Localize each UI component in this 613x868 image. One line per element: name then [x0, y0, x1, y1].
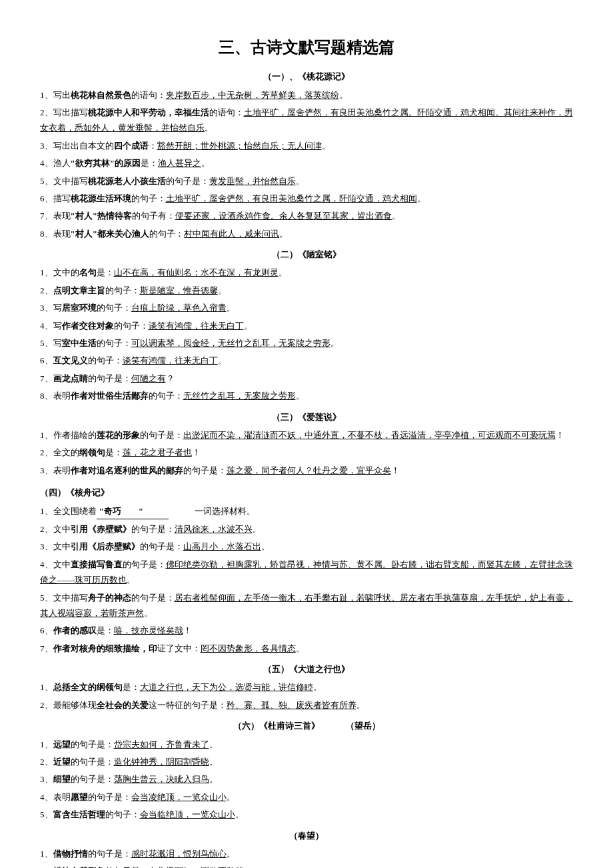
- item-mid: 是：: [123, 682, 140, 692]
- answer-underline: 村中闻有此人，咸来问讯: [184, 229, 279, 239]
- item-bold: 莲花的形象: [97, 430, 140, 440]
- item-mid: 的句子是：: [131, 524, 175, 534]
- item-bold: 舟子的神态: [88, 593, 131, 603]
- answer-underline: 无丝竹之乱耳，无案牍之劳形: [183, 391, 296, 401]
- answer-underline: 豁然开朗；世外桃源；怡然自乐；无人问津: [157, 141, 322, 151]
- question-line: 2、写出描写桃花源中人和平劳动，幸福生活的语句：土地平旷，屋舍俨然，有良田美池桑…: [40, 105, 573, 136]
- item-number: 3、: [40, 465, 53, 475]
- item-number: 3、: [40, 774, 53, 784]
- item-bold: 互文见义: [53, 355, 88, 365]
- question-line: 5、文中描写舟子的神态的句子是：居右者椎髻仰面，左手倚一衡木，右手攀右趾，若啸呼…: [40, 590, 573, 621]
- item-bold: "欲穷其林"的原因: [71, 158, 141, 168]
- answer-underline: 嘻，技亦灵怪矣哉: [114, 625, 183, 635]
- item-post: 。: [209, 774, 218, 784]
- answer-underline: 谈笑有鸿儒，往来无白丁: [149, 321, 244, 331]
- item-number: 3、: [40, 303, 53, 313]
- item-number: 1、: [40, 682, 53, 692]
- item-prefix: 文中: [53, 524, 71, 534]
- page-title: 三、古诗文默写题精选篇: [40, 33, 573, 62]
- item-mid: 的句子：: [114, 321, 149, 331]
- item-post: 。: [253, 524, 261, 534]
- item-bold: 纲领句: [79, 447, 105, 457]
- question-line: 1、作者描绘的莲花的形象的句子是：出淤泥而不染，濯清涟而不妖，中通外直，不蔓不枝…: [40, 427, 573, 443]
- question-line: 5、文中描写桃花源老人小孩生活的句子是：黄发垂髻，并怡然自乐。: [40, 173, 573, 189]
- item-prefix: 表明: [53, 391, 71, 401]
- item-mid: 是：: [141, 158, 158, 168]
- item-mid: 的句子：: [149, 229, 184, 239]
- item-mid: 的句子是：: [123, 559, 166, 569]
- item-number: 8、: [40, 391, 53, 401]
- question-line: 1、全文围绕着"奇巧 " 一词选择材料。: [40, 503, 573, 519]
- question-line: 2、点明文章主旨的句子：斯是陋室，惟吾德馨。: [40, 283, 573, 298]
- item-prefix: 写: [53, 321, 62, 331]
- item-text: 一词选择材料。: [169, 506, 255, 516]
- item-post: 。: [127, 575, 135, 585]
- item-prefix: 文中: [53, 541, 71, 551]
- question-line: 3、写居室环境的句子：台痕上阶绿，草色入帘青。: [40, 300, 573, 315]
- item-prefix: 表现: [53, 211, 71, 221]
- item-post: 。: [201, 158, 210, 168]
- content-body: （一）、《桃花源记》1、写出桃花林自然景色的语句：夹岸数百步，中无杂树，芳草鲜美…: [40, 69, 573, 868]
- item-number: 2、: [40, 524, 53, 534]
- item-prefix: 渔人: [53, 158, 71, 168]
- item-post: 。: [313, 682, 322, 692]
- item-bold: 画龙点睛: [53, 373, 88, 383]
- item-bold: 桃花源生活环境: [71, 193, 131, 203]
- item-bold: 直接描写鲁直: [71, 559, 123, 569]
- item-bold: 借物抒情: [53, 849, 88, 859]
- item-bold: 桃花林自然景色: [71, 90, 131, 100]
- question-line: 1、远望的句子是：岱宗夫如何，齐鲁青未了。: [40, 737, 573, 752]
- item-post: 。: [227, 303, 235, 313]
- question-line: 3、文中引用《后赤壁赋》的句子是：山高月小，水落石出。: [40, 539, 573, 554]
- answer-underline: 可以调素琴，阅金经，无丝竹之乱耳，无案牍之劳形: [131, 338, 330, 348]
- question-line: 4、文中直接描写鲁直的句子是：佛印绝类弥勒，袒胸露乳，矫首昂视，神情与苏、黄不属…: [40, 557, 573, 588]
- item-number: 5、: [40, 593, 53, 603]
- item-post: 。: [330, 338, 339, 348]
- item-mid: 的句子：: [149, 391, 183, 401]
- item-bold: 作者对核舟的细致描绘，印: [53, 643, 157, 653]
- answer-underline: 台痕上阶绿，草色入帘青: [131, 303, 227, 313]
- item-mid: 是：: [105, 447, 123, 457]
- item-number: 2、: [40, 107, 53, 117]
- answer-underline: 谈笑有鸿儒，往来无白丁: [123, 355, 218, 365]
- item-post: 。: [296, 176, 305, 186]
- answer-underline: 会当凌绝顶，一览众山小: [131, 792, 227, 802]
- item-bold: 四个成语: [114, 141, 149, 151]
- item-bold: 总括全文的纲领句: [53, 682, 123, 692]
- question-line: 1、文中的名句是：山不在高，有仙则名；水不在深，有龙则灵。: [40, 265, 573, 280]
- question-line: 2、文中引用《赤壁赋》的句子是：清风徐来，水波不兴。: [40, 521, 573, 537]
- item-mid: 的句子：: [105, 285, 140, 295]
- item-number: 1、: [40, 739, 53, 749]
- question-line: 6、互文见义的句子：谈笑有鸿儒，往来无白丁。: [40, 353, 573, 368]
- item-post: 。: [296, 391, 305, 401]
- item-mid: 的句子是：: [140, 541, 183, 551]
- item-prefix: 写: [53, 338, 62, 348]
- question-line: 1、借物抒情的句子是：感时花溅泪，恨别鸟惊心。: [40, 846, 573, 861]
- item-number: 2、: [40, 447, 53, 457]
- item-mid: 的句子：: [97, 303, 131, 313]
- question-line: 4、渔人"欲穷其林"的原因是：渔人甚异之。: [40, 155, 573, 171]
- item-post: 。: [218, 285, 227, 295]
- item-post: 。: [235, 809, 244, 819]
- item-bold: 作者对追名逐利的世风的鄙弃: [71, 465, 183, 475]
- item-bold: 引用《赤壁赋》: [71, 524, 131, 534]
- section-heading: （六）《杜甫诗三首》 （望岳）: [40, 718, 573, 733]
- question-line: 7、作者对核舟的细致描绘，印证了文中：罔不因势象形，各具情态。: [40, 641, 573, 656]
- question-line: 4、表明愿望的句子是：会当凌绝顶，一览众山小。: [40, 789, 573, 805]
- item-post: ！: [183, 625, 192, 635]
- item-prefix: 表现: [53, 229, 71, 239]
- question-line: 6、作者的感叹是：嘻，技亦灵怪矣哉！: [40, 623, 573, 638]
- item-mid: 的句子是：: [71, 739, 114, 749]
- item-post: 。: [144, 608, 153, 618]
- item-post: 。: [209, 739, 218, 749]
- item-post: 。: [227, 792, 235, 802]
- item-post: ！: [192, 447, 201, 457]
- answer-underline: 土地平旷，屋舍俨然，有良田美池桑竹之属，阡陌交通，鸡犬相闻: [166, 193, 417, 203]
- answer-underline: 罔不因势象形，各具情态: [201, 643, 296, 653]
- item-bold: 引用《后赤壁赋》: [71, 541, 140, 551]
- item-post: 。: [279, 229, 288, 239]
- item-bold: 全社会的关爱: [97, 700, 149, 710]
- question-line: 1、写出桃花林自然景色的语句：夹岸数百步，中无杂树，芳草鲜美，落英缤纷。: [40, 87, 573, 103]
- question-line: 2、描绘自我形象的句子是：白头搔更短，浑欲不胜簪。: [40, 863, 573, 868]
- item-prefix: 文中描写: [53, 593, 88, 603]
